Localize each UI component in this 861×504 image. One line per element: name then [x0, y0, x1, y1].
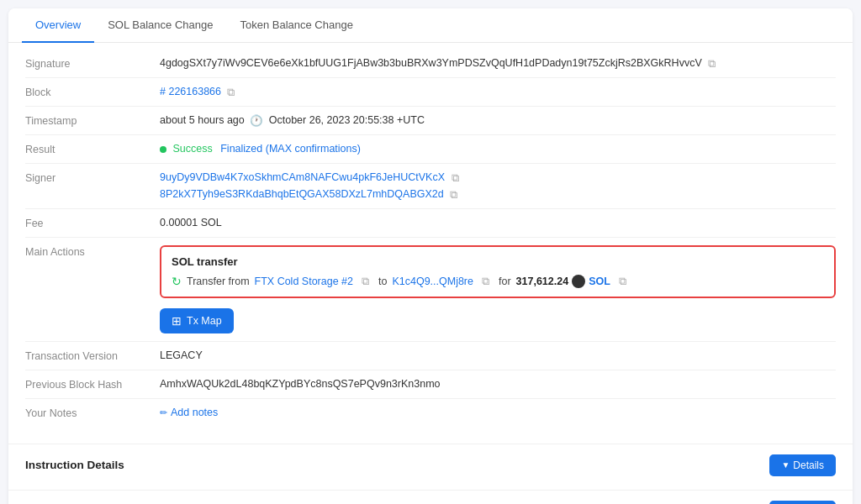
result-finalized: Finalized (MAX confirmations) — [220, 143, 361, 155]
main-actions-box: SOL transfer ↻ Transfer from FTX Cold St… — [160, 245, 836, 298]
prev-block-hash-row: Previous Block Hash AmhxWAQUk2dL48bqKZYp… — [25, 370, 836, 399]
sol-transfer-title: SOL transfer — [172, 255, 824, 268]
fee-label: Fee — [25, 217, 160, 229]
block-copy-icon[interactable]: ⧉ — [227, 87, 239, 98]
signer-link-2[interactable]: 8P2kX7Tyh9eS3RKdaBhqbEtQGAX58DXzL7mhDQAB… — [160, 188, 444, 200]
signer-address-1: 9uyDy9VDBw4K7xoSkhmCAm8NAFCwu4pkF6JeHUCt… — [160, 171, 836, 184]
result-label: Result — [25, 143, 160, 155]
add-notes-link[interactable]: ✏ Add notes — [160, 407, 218, 418]
signer-label: Signer — [25, 171, 160, 184]
signer-copy-icon-1[interactable]: ⧉ — [452, 172, 463, 184]
instruction-details-button[interactable]: ▼ Details — [769, 454, 836, 476]
signer-address-2: 8P2kX7Tyh9eS3RKdaBhqbEtQGAX58DXzL7mhDQAB… — [160, 188, 836, 201]
tab-bar: Overview SOL Balance Change Token Balanc… — [8, 8, 853, 43]
signature-label: Signature — [25, 57, 160, 70]
chevron-down-icon: ▼ — [781, 460, 790, 470]
tab-sol-balance-change[interactable]: SOL Balance Change — [94, 8, 226, 43]
transaction-version-value: LEGACY — [160, 349, 836, 361]
success-dot — [160, 146, 166, 153]
transaction-version-row: Transaction Version LEGACY — [25, 342, 836, 370]
tab-overview[interactable]: Overview — [22, 8, 94, 43]
result-status: Success — [172, 143, 212, 155]
timestamp-label: Timestamp — [25, 114, 160, 127]
tx-map-button[interactable]: ⊞ Tx Map — [160, 308, 234, 333]
main-actions-label: Main Actions — [25, 245, 160, 258]
amount-copy-icon[interactable]: ⧉ — [619, 276, 631, 287]
to-address-link[interactable]: K1c4Q9...QMj8re — [392, 276, 473, 287]
tab-token-balance-change[interactable]: Token Balance Change — [226, 8, 366, 43]
prev-block-hash-value: AmhxWAQUk2dL48bqKZYpdBYc8nsQS7ePQv9n3rKn… — [160, 378, 836, 390]
pencil-icon: ✏ — [160, 407, 167, 418]
clock-icon: 🕐 — [250, 114, 263, 127]
prev-block-hash-label: Previous Block Hash — [25, 378, 160, 391]
timestamp-value: about 5 hours ago 🕐 October 26, 2023 20:… — [160, 114, 836, 127]
signature-value: 4gdogSXt7y7iWv9CEV6e6eXk1bfUUG1FjABw3b3b… — [160, 57, 836, 70]
sol-token-label: SOL — [589, 276, 610, 287]
transfer-details-row: ↻ Transfer from FTX Cold Storage #2 ⧉ to… — [172, 275, 824, 288]
fee-value: 0.00001 SOL — [160, 217, 836, 228]
signer-row: Signer 9uyDy9VDBw4K7xoSkhmCAm8NAFCwu4pkF… — [25, 164, 836, 208]
result-row: Result Success Finalized (MAX confirmati… — [25, 135, 836, 164]
main-actions-row: Main Actions SOL transfer ↻ Transfer fro… — [25, 238, 836, 342]
your-notes-value: ✏ Add notes — [160, 407, 836, 419]
block-label: Block — [25, 86, 160, 98]
timestamp-row: Timestamp about 5 hours ago 🕐 October 26… — [25, 107, 836, 135]
signature-row: Signature 4gdogSXt7y7iWv9CEV6e6eXk1bfUUG… — [25, 50, 836, 78]
result-value: Success Finalized (MAX confirmations) — [160, 143, 836, 155]
transfer-icon: ↻ — [172, 275, 182, 288]
transfer-amount: 317,612.24 SOL — [516, 275, 610, 288]
signer-copy-icon-2[interactable]: ⧉ — [450, 189, 462, 201]
sol-token-icon — [572, 275, 585, 288]
instruction-details-bar: Instruction Details ▼ Details — [8, 444, 853, 486]
block-value: # 226163866 ⧉ — [160, 86, 836, 98]
to-copy-icon[interactable]: ⧉ — [482, 276, 494, 287]
your-notes-label: Your Notes — [25, 407, 160, 419]
from-copy-icon[interactable]: ⧉ — [362, 276, 373, 287]
main-actions-value: SOL transfer ↻ Transfer from FTX Cold St… — [160, 245, 836, 333]
fee-row: Fee 0.00001 SOL — [25, 209, 836, 238]
program-log-button[interactable]: ▼ Details — [769, 501, 836, 504]
main-content: Signature 4gdogSXt7y7iWv9CEV6e6eXk1bfUUG… — [8, 43, 853, 440]
from-address-link[interactable]: FTX Cold Storage #2 — [255, 276, 353, 287]
your-notes-row: Your Notes ✏ Add notes — [25, 399, 836, 427]
block-row: Block # 226163866 ⧉ — [25, 78, 836, 107]
tx-map-icon: ⊞ — [172, 314, 182, 328]
signer-value: 9uyDy9VDBw4K7xoSkhmCAm8NAFCwu4pkF6JeHUCt… — [160, 171, 836, 200]
instruction-details-title: Instruction Details — [25, 459, 124, 471]
signature-copy-icon[interactable]: ⧉ — [708, 58, 720, 70]
program-log-bar: Program log ▼ Details — [8, 490, 853, 504]
block-link[interactable]: # 226163866 — [160, 86, 221, 97]
signer-link-1[interactable]: 9uyDy9VDBw4K7xoSkhmCAm8NAFCwu4pkF6JeHUCt… — [160, 171, 445, 183]
transaction-version-label: Transaction Version — [25, 349, 160, 362]
